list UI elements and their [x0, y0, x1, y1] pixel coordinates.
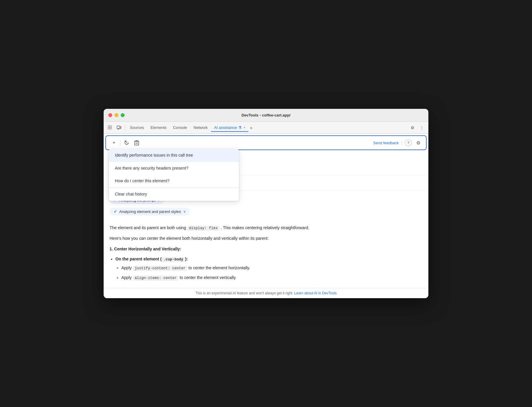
more-tabs-button[interactable]: »	[249, 125, 254, 130]
svg-rect-6	[120, 127, 121, 129]
delete-button[interactable]	[132, 138, 141, 147]
dropdown-item-2[interactable]: How do I center this element?	[109, 175, 239, 188]
tab-ai-assistance[interactable]: AI assistance ⚗ ×	[211, 124, 248, 132]
svg-rect-3	[110, 128, 112, 129]
tab-bar: Sources Elements Console Network AI assi…	[104, 122, 428, 134]
chevron-icon-2: ∨	[183, 210, 186, 214]
clear-history-button[interactable]: Clear chat history	[109, 188, 239, 201]
svg-rect-5	[118, 129, 119, 129]
close-button[interactable]	[108, 113, 112, 117]
content-para-2: Here's how you can center the element bo…	[110, 235, 422, 242]
help-button[interactable]: ?	[405, 139, 412, 146]
toolbar-right: Send feedback | ? ⚙	[373, 139, 422, 147]
content-para-1: The element and its parent are both usin…	[110, 224, 422, 232]
traffic-lights	[108, 113, 125, 117]
footer-text: This is an experimental AI feature and w…	[195, 291, 293, 295]
tab-elements[interactable]: Elements	[148, 124, 169, 132]
tab-console[interactable]: Console	[170, 124, 190, 132]
panel-toolbar: + Identify performance issues	[105, 135, 427, 150]
svg-rect-7	[135, 141, 139, 145]
svg-rect-0	[108, 126, 110, 127]
cursor-icon[interactable]	[106, 124, 114, 132]
sub-list-item-1: Apply justify-content: center to center …	[121, 265, 422, 272]
toolbar-separator	[120, 140, 120, 146]
svg-rect-1	[110, 126, 112, 127]
tab-bar-right: ⚙ ⋮	[408, 124, 426, 132]
tab-sources[interactable]: Sources	[127, 124, 147, 132]
minimize-button[interactable]	[115, 113, 118, 117]
bullet-main-text: On the parent element (.cup-body):	[115, 257, 188, 261]
check-icon-2: ✓	[114, 209, 117, 214]
code-align-items: align-items: center	[133, 275, 179, 281]
send-feedback-link[interactable]: Send feedback	[373, 141, 399, 145]
content-area: The element and its parent are both usin…	[104, 221, 428, 288]
content-list-item-1: On the parent element (.cup-body): Apply…	[115, 256, 422, 281]
panel-footer: This is an experimental AI feature and w…	[104, 288, 428, 298]
flask-icon: ⚗	[238, 125, 242, 130]
tab-network[interactable]: Network	[191, 124, 211, 132]
history-dropdown: Identify performance issues in this call…	[109, 149, 239, 201]
code-justify-content: justify-content: center	[133, 266, 187, 271]
maximize-button[interactable]	[121, 113, 125, 117]
dropdown-item-0[interactable]: Identify performance issues in this call…	[109, 149, 239, 162]
analysis-chip-2-label: Analyzing element and parent styles	[119, 209, 181, 214]
footer-link[interactable]: Learn about AI in DevTools	[294, 291, 337, 295]
devtools-window: DevTools - coffee-cart.app/ Sources Elem…	[104, 109, 428, 298]
sub-list-item-2: Apply align-items: center to center the …	[121, 274, 422, 281]
content-list: On the parent element (.cup-body): Apply…	[115, 256, 422, 281]
new-chat-button[interactable]: +	[110, 138, 118, 147]
code-display-flex: display: flex	[187, 226, 220, 231]
tab-close-icon[interactable]: ×	[244, 126, 245, 129]
content-heading: 1. Center Horizontally and Vertically:	[110, 246, 422, 253]
dropdown-item-1[interactable]: Are there any security headers present?	[109, 162, 239, 175]
analysis-chip-2[interactable]: ✓ Analyzing element and parent styles ∨	[110, 208, 190, 216]
window-title: DevTools - coffee-cart.app/	[241, 113, 291, 117]
ai-assistance-panel: + Identify performance issues	[104, 134, 428, 298]
svg-rect-4	[117, 126, 120, 129]
code-cup-body: .cup-body	[161, 257, 185, 262]
device-icon[interactable]	[115, 124, 123, 132]
sub-list: Apply justify-content: center to center …	[121, 265, 422, 281]
settings-icon[interactable]: ⚙	[408, 124, 417, 132]
tab-separator-1	[125, 125, 125, 131]
svg-rect-2	[108, 128, 110, 129]
more-options-icon[interactable]: ⋮	[418, 124, 426, 132]
history-button[interactable]	[122, 138, 131, 147]
panel-settings-button[interactable]: ⚙	[414, 139, 422, 147]
title-bar: DevTools - coffee-cart.app/	[104, 109, 428, 122]
